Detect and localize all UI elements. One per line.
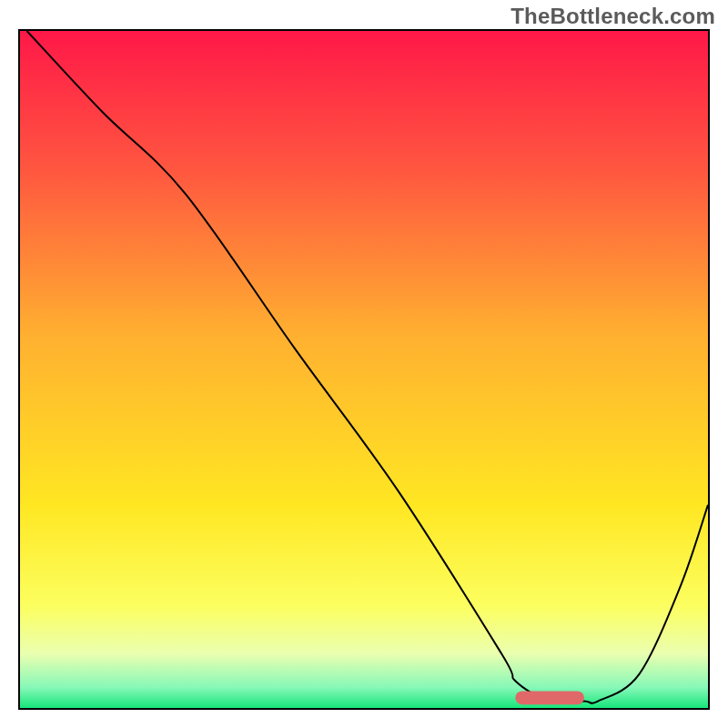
chart-svg	[20, 31, 708, 708]
watermark-text: TheBottleneck.com	[511, 4, 715, 29]
optimal-marker	[515, 691, 584, 704]
plot-area	[18, 29, 710, 710]
chart-container: TheBottleneck.com	[0, 0, 728, 728]
